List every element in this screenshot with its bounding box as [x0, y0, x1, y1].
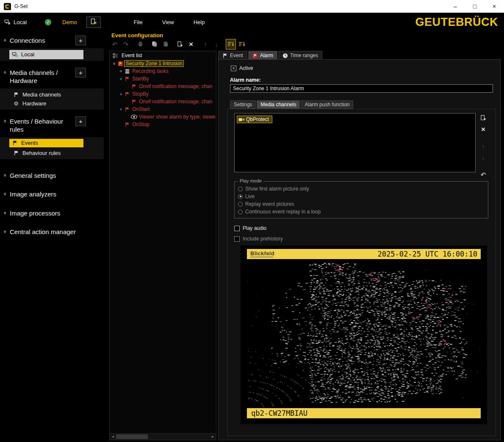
play-mode-option-replay-event-pictures[interactable]: Replay event pictures	[238, 200, 488, 208]
remove-media-channel-button[interactable]: ×	[479, 124, 488, 134]
undo-button: ↶	[110, 39, 120, 50]
media-channels-tab-page: QbProtect ×↑↓↶ Play mode Show first alar…	[227, 109, 496, 436]
tab-time-ranges[interactable]: Time ranges	[278, 51, 322, 60]
menu-help[interactable]: Help	[194, 19, 205, 25]
play-mode-option-live[interactable]: Live	[238, 193, 488, 200]
subtab-alarm-push-function[interactable]: Alarm push function	[301, 100, 353, 109]
sidebar-item-events[interactable]: Events	[9, 139, 83, 147]
preview-timestamp: 2025-02-25 UTC 16:00:10	[378, 250, 477, 258]
menu-view[interactable]: View	[162, 19, 174, 25]
radio-icon	[238, 187, 243, 191]
sort-descending-button[interactable]	[237, 39, 247, 50]
flag-icon	[222, 53, 228, 58]
sidebar-header-events-behaviour-rules[interactable]: ∧Events / Behaviour rules+	[0, 116, 104, 135]
sidebar-item-local[interactable]: Local	[9, 50, 83, 59]
add-connections-button[interactable]: +	[75, 36, 86, 45]
profile-label[interactable]: Demo	[62, 19, 77, 25]
close-button[interactable]: ×	[485, 0, 504, 13]
chevron-right-icon[interactable]: >	[118, 69, 124, 73]
add-event-button[interactable]	[175, 39, 185, 50]
media-channel-qbprotect[interactable]: QbProtect	[237, 116, 272, 123]
sidebar-header-media-channels-hardware[interactable]: ∧Media channels / Hardware+	[0, 68, 104, 86]
sidebar-items: Media channels⚙Hardware	[0, 88, 104, 110]
tree-item-1-recording-tasks[interactable]: >Recording tasks	[110, 67, 216, 75]
subtab-media-channels[interactable]: Media channels	[257, 100, 300, 109]
tab-label: Alarm	[260, 52, 273, 58]
flag-icon	[13, 150, 19, 156]
app-logo-glyph	[6, 5, 9, 8]
add-media-channel-button[interactable]	[479, 113, 488, 122]
include-prehistory-row[interactable]: Include prehistory	[234, 236, 283, 242]
alarm-name-label: Alarm name:	[230, 77, 261, 83]
scrollbar-thumb[interactable]	[116, 434, 148, 439]
sidebar-section-events-behaviour-rules: ∧Events / Behaviour rules+EventsBehaviou…	[0, 116, 104, 159]
chevron-down-icon[interactable]: ∨	[118, 92, 124, 96]
tree-item-label: Viewer show alarm by type; viewe	[138, 114, 216, 120]
play-mode-option-show-first-alarm-picture-only[interactable]: Show first alarm picture only	[238, 185, 488, 193]
sidebar-item-hardware[interactable]: ⚙Hardware	[0, 99, 104, 108]
revert-media-channels-button[interactable]: ↶	[479, 170, 488, 179]
sidebar-item-behaviour-rules[interactable]: Behaviour rules	[0, 149, 104, 157]
sidebar-header-connections[interactable]: ∧Connections+	[0, 36, 104, 46]
add-media-channels-hardware-button[interactable]: +	[75, 68, 86, 77]
tree-item-label: OnStart	[131, 106, 151, 112]
include-prehistory-checkbox[interactable]	[234, 236, 240, 242]
sidebar-section-title: Media channels / Hardware	[10, 69, 74, 85]
sidebar-item-label: Media channels	[22, 91, 61, 98]
alarm-tab-bar: EventAlarmTime ranges	[218, 51, 501, 60]
alarm-name-input[interactable]	[230, 84, 493, 93]
radio-icon	[238, 194, 243, 199]
tree-item-4-stopby[interactable]: ∨StopBy	[110, 90, 216, 98]
add-events-behaviour-rules-button[interactable]: +	[75, 116, 86, 126]
maximize-button[interactable]: □	[465, 0, 485, 13]
sidebar-header-image-analyzers[interactable]: ∨Image analyzers	[0, 189, 104, 199]
delete-event-button[interactable]: ×	[186, 39, 196, 50]
connection-label: Local	[14, 19, 27, 25]
red-flag-icon	[130, 99, 138, 105]
minimize-button[interactable]: –	[446, 0, 465, 13]
copy-button[interactable]	[150, 39, 160, 50]
tree-item-2-startby[interactable]: ∨StartBy	[110, 75, 216, 83]
sidebar-header-general-settings[interactable]: ∨General settings	[0, 171, 104, 181]
tree-item-0-security-zone-1-intrusion[interactable]: ∨Security Zone 1 Intrusion	[110, 60, 216, 67]
tab-event[interactable]: Event	[218, 51, 247, 60]
subtab-settings[interactable]: Settings	[230, 100, 256, 109]
scroll-right-arrow[interactable]: ►	[210, 435, 216, 439]
red-flag-icon	[124, 107, 131, 112]
media-channels-list[interactable]: QbProtect	[234, 113, 476, 172]
connection-selector[interactable]: Local ✓	[4, 19, 51, 26]
sidebar-section-connections: ∧Connections+Local	[0, 36, 104, 61]
chevron-down-icon[interactable]: ∨	[118, 77, 124, 81]
chevron-down-icon[interactable]: ∨	[111, 61, 117, 66]
sidebar-header-image-processors[interactable]: ∨Image processors	[0, 208, 104, 218]
scroll-left-arrow[interactable]: ◄	[110, 435, 116, 439]
sidebar-item-media-channels[interactable]: Media channels	[0, 90, 104, 99]
horizontal-scrollbar[interactable]: ◄ ►	[110, 433, 216, 440]
tree-item-5-onvif-notification-message-cha[interactable]: Onvif notification message; chan	[110, 98, 216, 105]
menu-bar: Local ✓ Demo FileViewHelp GEUTEBRÜCK	[0, 13, 504, 32]
tree-item-8-onstop[interactable]: OnStop	[110, 121, 216, 128]
play-mode-option-continuous-event-replay-in-a-l[interactable]: Continuous event replay in a loop	[238, 208, 488, 215]
tree-item-3-onvif-notification-message-cha[interactable]: Onvif notification message; chan	[110, 83, 216, 90]
print-button	[135, 39, 145, 50]
active-checkbox-row[interactable]: × Active	[231, 65, 253, 71]
transfer-settings-button[interactable]	[86, 17, 101, 28]
play-audio-row[interactable]: Play audio	[234, 225, 266, 231]
sidebar-items: EventsBehaviour rules	[0, 137, 104, 159]
clock-icon	[282, 53, 288, 58]
navigation-sidebar: ∧Connections+Local∧Media channels / Hard…	[0, 32, 104, 442]
play-audio-checkbox[interactable]	[234, 226, 240, 231]
sort-ascending-button[interactable]	[226, 39, 236, 50]
chevron-down-icon[interactable]: ∨	[118, 107, 124, 111]
tree-item-label: Recording tasks	[131, 68, 170, 74]
tab-alarm[interactable]: Alarm	[248, 51, 277, 60]
active-checkbox[interactable]: ×	[231, 66, 236, 71]
red-flag-icon	[130, 84, 138, 89]
sidebar-section-general-settings: ∨General settings	[0, 171, 104, 181]
tree-item-6-onstart[interactable]: ∨OnStart	[110, 105, 216, 113]
sidebar-header-central-action-manager[interactable]: ∨Central action manager	[0, 227, 104, 237]
tree-item-7-viewer-show-alarm-by-type-view[interactable]: Viewer show alarm by type; viewe	[110, 113, 216, 121]
event-tree: ∨Security Zone 1 Intrusion>Recording tas…	[110, 60, 216, 128]
menu-file[interactable]: File	[134, 19, 143, 25]
sidebar-section-title: Central action manager	[10, 228, 76, 236]
